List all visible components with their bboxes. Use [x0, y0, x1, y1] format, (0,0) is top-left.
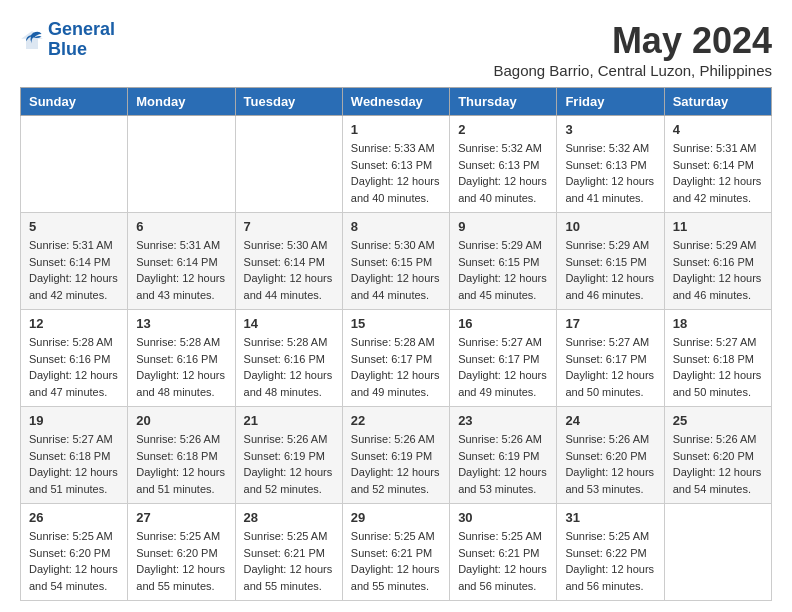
weekday-header: Tuesday [235, 88, 342, 116]
calendar-table: SundayMondayTuesdayWednesdayThursdayFrid… [20, 87, 772, 601]
calendar-cell: 18Sunrise: 5:27 AMSunset: 6:18 PMDayligh… [664, 310, 771, 407]
day-number: 21 [244, 413, 334, 428]
calendar-cell: 8Sunrise: 5:30 AMSunset: 6:15 PMDaylight… [342, 213, 449, 310]
day-info: Sunrise: 5:29 AMSunset: 6:16 PMDaylight:… [673, 237, 763, 303]
day-number: 3 [565, 122, 655, 137]
calendar-cell: 29Sunrise: 5:25 AMSunset: 6:21 PMDayligh… [342, 504, 449, 601]
calendar-cell: 17Sunrise: 5:27 AMSunset: 6:17 PMDayligh… [557, 310, 664, 407]
day-info: Sunrise: 5:31 AMSunset: 6:14 PMDaylight:… [29, 237, 119, 303]
calendar-cell: 15Sunrise: 5:28 AMSunset: 6:17 PMDayligh… [342, 310, 449, 407]
day-info: Sunrise: 5:27 AMSunset: 6:18 PMDaylight:… [29, 431, 119, 497]
weekday-header: Saturday [664, 88, 771, 116]
day-number: 1 [351, 122, 441, 137]
calendar-cell: 7Sunrise: 5:30 AMSunset: 6:14 PMDaylight… [235, 213, 342, 310]
calendar-cell: 19Sunrise: 5:27 AMSunset: 6:18 PMDayligh… [21, 407, 128, 504]
day-number: 19 [29, 413, 119, 428]
day-number: 7 [244, 219, 334, 234]
calendar-cell: 10Sunrise: 5:29 AMSunset: 6:15 PMDayligh… [557, 213, 664, 310]
day-number: 20 [136, 413, 226, 428]
day-info: Sunrise: 5:33 AMSunset: 6:13 PMDaylight:… [351, 140, 441, 206]
calendar-cell: 13Sunrise: 5:28 AMSunset: 6:16 PMDayligh… [128, 310, 235, 407]
calendar-week-row: 5Sunrise: 5:31 AMSunset: 6:14 PMDaylight… [21, 213, 772, 310]
logo-text: GeneralBlue [48, 20, 115, 60]
day-number: 26 [29, 510, 119, 525]
calendar-cell: 9Sunrise: 5:29 AMSunset: 6:15 PMDaylight… [450, 213, 557, 310]
calendar-cell: 16Sunrise: 5:27 AMSunset: 6:17 PMDayligh… [450, 310, 557, 407]
day-info: Sunrise: 5:26 AMSunset: 6:19 PMDaylight:… [458, 431, 548, 497]
calendar-cell [21, 116, 128, 213]
day-info: Sunrise: 5:26 AMSunset: 6:19 PMDaylight:… [351, 431, 441, 497]
day-number: 30 [458, 510, 548, 525]
day-number: 31 [565, 510, 655, 525]
day-number: 16 [458, 316, 548, 331]
weekday-header: Wednesday [342, 88, 449, 116]
location-title: Bagong Barrio, Central Luzon, Philippine… [493, 62, 772, 79]
calendar-cell: 27Sunrise: 5:25 AMSunset: 6:20 PMDayligh… [128, 504, 235, 601]
day-info: Sunrise: 5:26 AMSunset: 6:20 PMDaylight:… [673, 431, 763, 497]
title-block: May 2024 Bagong Barrio, Central Luzon, P… [493, 20, 772, 79]
day-info: Sunrise: 5:28 AMSunset: 6:16 PMDaylight:… [136, 334, 226, 400]
day-number: 29 [351, 510, 441, 525]
calendar-week-row: 19Sunrise: 5:27 AMSunset: 6:18 PMDayligh… [21, 407, 772, 504]
calendar-cell: 2Sunrise: 5:32 AMSunset: 6:13 PMDaylight… [450, 116, 557, 213]
calendar-cell: 24Sunrise: 5:26 AMSunset: 6:20 PMDayligh… [557, 407, 664, 504]
day-number: 8 [351, 219, 441, 234]
day-number: 14 [244, 316, 334, 331]
day-number: 25 [673, 413, 763, 428]
day-number: 24 [565, 413, 655, 428]
day-info: Sunrise: 5:28 AMSunset: 6:16 PMDaylight:… [244, 334, 334, 400]
calendar-cell: 6Sunrise: 5:31 AMSunset: 6:14 PMDaylight… [128, 213, 235, 310]
day-info: Sunrise: 5:27 AMSunset: 6:17 PMDaylight:… [565, 334, 655, 400]
day-number: 12 [29, 316, 119, 331]
day-number: 9 [458, 219, 548, 234]
calendar-cell: 26Sunrise: 5:25 AMSunset: 6:20 PMDayligh… [21, 504, 128, 601]
calendar-cell: 31Sunrise: 5:25 AMSunset: 6:22 PMDayligh… [557, 504, 664, 601]
calendar-cell [128, 116, 235, 213]
day-number: 17 [565, 316, 655, 331]
calendar-header-row: SundayMondayTuesdayWednesdayThursdayFrid… [21, 88, 772, 116]
calendar-cell: 30Sunrise: 5:25 AMSunset: 6:21 PMDayligh… [450, 504, 557, 601]
day-info: Sunrise: 5:25 AMSunset: 6:21 PMDaylight:… [458, 528, 548, 594]
day-info: Sunrise: 5:28 AMSunset: 6:16 PMDaylight:… [29, 334, 119, 400]
day-info: Sunrise: 5:30 AMSunset: 6:14 PMDaylight:… [244, 237, 334, 303]
day-number: 11 [673, 219, 763, 234]
day-info: Sunrise: 5:28 AMSunset: 6:17 PMDaylight:… [351, 334, 441, 400]
day-info: Sunrise: 5:32 AMSunset: 6:13 PMDaylight:… [565, 140, 655, 206]
day-number: 4 [673, 122, 763, 137]
calendar-cell: 23Sunrise: 5:26 AMSunset: 6:19 PMDayligh… [450, 407, 557, 504]
logo: GeneralBlue [20, 20, 115, 60]
day-number: 18 [673, 316, 763, 331]
day-info: Sunrise: 5:25 AMSunset: 6:21 PMDaylight:… [244, 528, 334, 594]
weekday-header: Monday [128, 88, 235, 116]
calendar-cell: 28Sunrise: 5:25 AMSunset: 6:21 PMDayligh… [235, 504, 342, 601]
day-number: 28 [244, 510, 334, 525]
day-number: 10 [565, 219, 655, 234]
weekday-header: Sunday [21, 88, 128, 116]
calendar-week-row: 12Sunrise: 5:28 AMSunset: 6:16 PMDayligh… [21, 310, 772, 407]
calendar-cell: 4Sunrise: 5:31 AMSunset: 6:14 PMDaylight… [664, 116, 771, 213]
day-number: 13 [136, 316, 226, 331]
day-number: 6 [136, 219, 226, 234]
day-number: 22 [351, 413, 441, 428]
calendar-cell: 14Sunrise: 5:28 AMSunset: 6:16 PMDayligh… [235, 310, 342, 407]
day-info: Sunrise: 5:27 AMSunset: 6:17 PMDaylight:… [458, 334, 548, 400]
day-info: Sunrise: 5:31 AMSunset: 6:14 PMDaylight:… [136, 237, 226, 303]
calendar-cell: 1Sunrise: 5:33 AMSunset: 6:13 PMDaylight… [342, 116, 449, 213]
day-info: Sunrise: 5:25 AMSunset: 6:20 PMDaylight:… [136, 528, 226, 594]
day-info: Sunrise: 5:31 AMSunset: 6:14 PMDaylight:… [673, 140, 763, 206]
day-number: 15 [351, 316, 441, 331]
calendar-cell: 11Sunrise: 5:29 AMSunset: 6:16 PMDayligh… [664, 213, 771, 310]
day-number: 23 [458, 413, 548, 428]
day-info: Sunrise: 5:32 AMSunset: 6:13 PMDaylight:… [458, 140, 548, 206]
weekday-header: Friday [557, 88, 664, 116]
day-number: 5 [29, 219, 119, 234]
day-info: Sunrise: 5:30 AMSunset: 6:15 PMDaylight:… [351, 237, 441, 303]
day-info: Sunrise: 5:26 AMSunset: 6:20 PMDaylight:… [565, 431, 655, 497]
month-title: May 2024 [493, 20, 772, 62]
logo-icon [20, 28, 44, 52]
calendar-cell: 22Sunrise: 5:26 AMSunset: 6:19 PMDayligh… [342, 407, 449, 504]
day-info: Sunrise: 5:27 AMSunset: 6:18 PMDaylight:… [673, 334, 763, 400]
day-number: 2 [458, 122, 548, 137]
page-header: GeneralBlue May 2024 Bagong Barrio, Cent… [20, 20, 772, 79]
calendar-cell: 20Sunrise: 5:26 AMSunset: 6:18 PMDayligh… [128, 407, 235, 504]
